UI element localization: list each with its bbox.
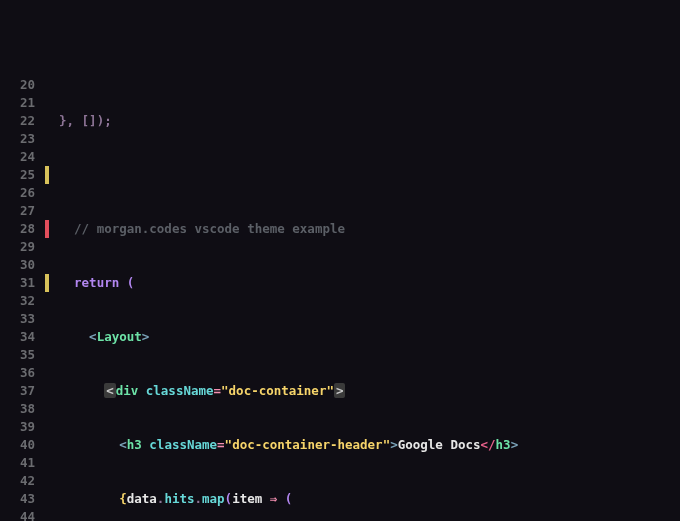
code-line: // morgan.codes vscode theme example — [59, 220, 518, 238]
code-line: <div className="doc-container"> — [59, 382, 518, 400]
code-line — [59, 166, 518, 184]
code-line: {data.hits.map(item ⇒ ( — [59, 490, 518, 508]
line-number: 20 — [0, 76, 35, 94]
line-number: 24 — [0, 148, 35, 166]
line-number: 22 — [0, 112, 35, 130]
code-editor[interactable]: 2021222324252627282930313233343536373839… — [0, 72, 680, 521]
line-number: 43 — [0, 490, 35, 508]
line-number: 29 — [0, 238, 35, 256]
line-number-gutter: 2021222324252627282930313233343536373839… — [0, 72, 45, 521]
line-number: 36 — [0, 364, 35, 382]
line-number: 25 — [0, 166, 35, 184]
line-number: 40 — [0, 436, 35, 454]
line-number: 38 — [0, 400, 35, 418]
line-number: 35 — [0, 346, 35, 364]
line-number: 44 — [0, 508, 35, 521]
cursor-icon: < — [104, 383, 116, 398]
line-number: 42 — [0, 472, 35, 490]
code-line: return ( — [59, 274, 518, 292]
code-line: <h3 className="doc-container-header">Goo… — [59, 436, 518, 454]
line-number: 34 — [0, 328, 35, 346]
code-line: <Layout> — [59, 328, 518, 346]
line-number: 23 — [0, 130, 35, 148]
line-number: 37 — [0, 382, 35, 400]
line-number: 30 — [0, 256, 35, 274]
line-number: 28 — [0, 220, 35, 238]
line-number: 21 — [0, 94, 35, 112]
line-number: 33 — [0, 310, 35, 328]
code-line: }, []); — [59, 112, 518, 130]
line-number: 32 — [0, 292, 35, 310]
line-number: 39 — [0, 418, 35, 436]
line-number: 31 — [0, 274, 35, 292]
line-number: 41 — [0, 454, 35, 472]
line-number: 27 — [0, 202, 35, 220]
line-number: 26 — [0, 184, 35, 202]
code-area[interactable]: }, []); // morgan.codes vscode theme exa… — [51, 72, 518, 521]
